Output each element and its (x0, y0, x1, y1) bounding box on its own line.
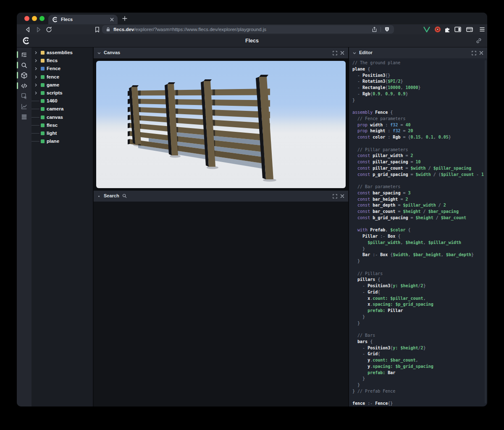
editor-fullscreen-icon[interactable] (472, 51, 476, 55)
canvas-panel-header: Canvas (94, 47, 348, 58)
code-line: assembly Fence { (352, 110, 484, 116)
entity-color-square (41, 99, 45, 103)
active-indicator (17, 82, 18, 89)
window-close-button[interactable] (24, 16, 29, 21)
sidebar-toggle-icon[interactable] (454, 26, 462, 33)
tree-item-canvas[interactable]: canvas (32, 113, 93, 121)
sidebar-icon-tree[interactable] (17, 50, 32, 60)
search-glyph-icon (122, 194, 127, 198)
search-panel-title: Search (104, 193, 119, 198)
tree-item-game[interactable]: game (32, 81, 93, 89)
tree-item-label: flesc (47, 123, 58, 128)
sidebar-icon-stack[interactable] (17, 112, 32, 122)
tree-connector (32, 133, 39, 134)
code-line: bars { (352, 339, 484, 345)
expand-chevron-icon[interactable] (34, 75, 38, 79)
sidebar-icon-code[interactable] (17, 81, 32, 91)
tree-item-label: flecs (47, 58, 58, 63)
tree-item-camera[interactable]: camera (32, 105, 93, 113)
sidebar-icon-inspector[interactable] (17, 91, 32, 101)
code-line (352, 265, 484, 271)
tab-title: Flecs (61, 17, 73, 22)
code-line: fence :- Fence{} (352, 401, 484, 406)
wallet-icon[interactable] (465, 26, 474, 33)
code-editor[interactable]: // The ground planeplane { - Position3{}… (349, 58, 487, 406)
expand-chevron-icon[interactable] (34, 59, 38, 63)
extension-badge-icon[interactable] (433, 26, 442, 33)
entity-color-square (41, 139, 45, 143)
editor-scrollbar[interactable] (485, 60, 486, 404)
expand-chevron-icon[interactable] (34, 83, 38, 87)
entity-color-square (41, 75, 45, 79)
tree-item-scripts[interactable]: scripts (32, 89, 93, 97)
window-minimize-button[interactable] (32, 16, 37, 21)
menu-icon[interactable] (478, 26, 486, 33)
tree-item-light[interactable]: light (32, 129, 93, 137)
3d-viewport[interactable] (96, 61, 346, 188)
tree-item-plane[interactable]: plane (32, 137, 93, 145)
entity-color-square (41, 83, 45, 87)
tree-item-label: Fence (47, 66, 60, 71)
browser-tab-bar: Flecs (17, 13, 487, 24)
brave-shield-icon[interactable] (384, 26, 390, 32)
new-tab-button[interactable] (122, 16, 128, 21)
expand-chevron-icon[interactable] (34, 67, 38, 71)
code-line: - Grid{ (352, 351, 484, 357)
forward-button[interactable] (35, 26, 42, 33)
code-line (352, 141, 484, 147)
canvas-fullscreen-icon[interactable] (333, 51, 337, 55)
vue-devtools-icon[interactable] (423, 26, 431, 33)
chevron-down-icon[interactable] (352, 51, 357, 55)
sidebar-icon-cube[interactable] (17, 70, 32, 80)
code-line: - Rotation3{$PI/2} (352, 79, 484, 85)
tab-close-icon[interactable] (109, 17, 115, 22)
sidebar-icon-stats[interactable] (17, 101, 32, 111)
canvas-panel-body (94, 58, 348, 191)
permalink-icon[interactable] (476, 38, 482, 44)
tree-item-assemblies[interactable]: assemblies (32, 49, 93, 57)
code-line: plane { (352, 66, 484, 73)
panel-collapsed-dot-icon[interactable] (98, 196, 100, 197)
editor-close-icon[interactable] (479, 50, 484, 55)
bookmark-icon[interactable] (94, 26, 101, 33)
sidebar-icon-search[interactable] (17, 60, 32, 70)
expand-chevron-icon[interactable] (34, 51, 38, 55)
tree-item-1460[interactable]: 1460 (32, 97, 93, 105)
browser-tab[interactable]: Flecs (48, 15, 118, 24)
extensions-puzzle-icon[interactable] (444, 26, 452, 33)
canvas-close-icon[interactable] (340, 50, 345, 55)
share-icon[interactable] (372, 26, 377, 32)
url-domain: flecs.dev (113, 27, 134, 32)
code-line: prop height : f32 = 20 (352, 128, 484, 134)
script-code[interactable]: // The ground planeplane { - Position3{}… (352, 60, 484, 406)
code-line: const p_grid_spacing = $width / ($pillar… (352, 172, 484, 178)
url-path: /explorer/?wasm=https://www.flecs.dev/ex… (134, 27, 372, 32)
code-line: // Fence parameters (352, 116, 484, 122)
search-icon (21, 62, 28, 69)
tree-item-flecs[interactable]: flecs (32, 57, 93, 65)
code-line: - Rgb{0.9, 0.9, 0.9} (352, 91, 484, 97)
search-fullscreen-icon[interactable] (333, 194, 337, 199)
search-panel-body[interactable] (94, 202, 348, 406)
expand-chevron-icon[interactable] (34, 91, 38, 95)
code-line: - Position3{y: $height/2} (352, 283, 484, 289)
url-bar[interactable]: flecs.dev /explorer/?wasm=https://www.fl… (102, 25, 394, 34)
entity-color-square (41, 67, 45, 71)
code-line: $pillar_width, $height, $pillar_width (352, 240, 484, 246)
tree-item-fence[interactable]: fence (32, 73, 93, 81)
main-area: assembliesflecsFencefencegamescripts1460… (17, 47, 487, 406)
code-line: } (352, 320, 484, 327)
reload-button[interactable] (45, 26, 52, 33)
tree-item-label: light (47, 131, 57, 136)
code-line: const pillar_count = $width / $pillar_sp… (352, 165, 484, 172)
window-zoom-button[interactable] (39, 16, 45, 21)
search-close-icon[interactable] (340, 194, 345, 199)
icon-sidebar (17, 47, 32, 406)
back-button[interactable] (24, 26, 32, 33)
tree-item-label: canvas (47, 115, 63, 120)
code-icon (21, 82, 28, 89)
chevron-down-icon[interactable] (97, 51, 101, 55)
tree-item-flesc[interactable]: flesc (32, 121, 93, 129)
code-line: x.count: $pillar_count, (352, 296, 484, 302)
tree-item-Fence[interactable]: Fence (32, 65, 93, 73)
